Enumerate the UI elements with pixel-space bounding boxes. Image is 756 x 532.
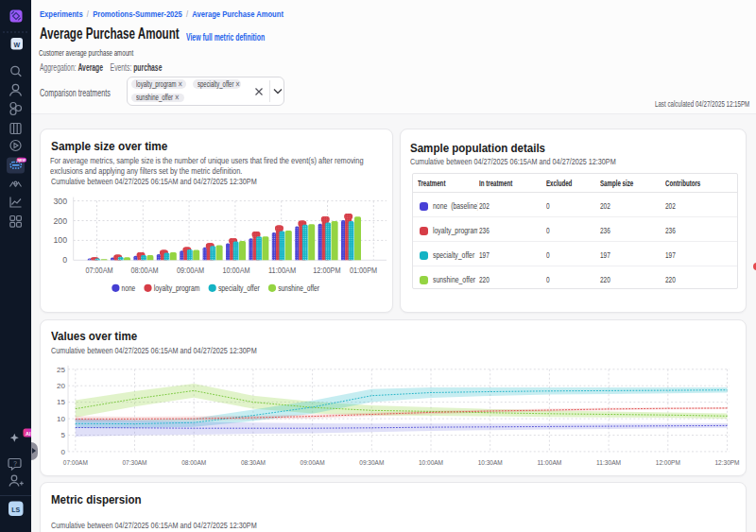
svg-text:25: 25	[57, 366, 65, 374]
svg-text:W: W	[13, 42, 20, 48]
svg-text:07:00AM: 07:00AM	[85, 266, 112, 275]
svg-text:200: 200	[54, 216, 68, 226]
svg-text:10: 10	[57, 415, 65, 423]
svg-text:09:30AM: 09:30AM	[359, 458, 384, 467]
svg-text:12:00PM: 12:00PM	[656, 458, 680, 467]
svg-text:09:00AM: 09:00AM	[177, 266, 204, 275]
svg-text:?: ?	[13, 460, 17, 467]
svg-text:09:00AM: 09:00AM	[301, 458, 325, 467]
svg-text:08:00AM: 08:00AM	[181, 458, 206, 467]
svg-text:11:00AM: 11:00AM	[537, 458, 561, 467]
svg-text:100: 100	[54, 235, 68, 245]
svg-text:10:30AM: 10:30AM	[478, 458, 503, 467]
svg-text:0: 0	[61, 448, 66, 456]
svg-text:loyalty_program: loyalty_program	[154, 283, 200, 293]
svg-text:0: 0	[62, 255, 67, 265]
svg-text:01:00PM: 01:00PM	[350, 266, 377, 275]
svg-text:300: 300	[54, 197, 68, 206]
svg-text:08:30AM: 08:30AM	[241, 458, 266, 467]
svg-text:12:00PM: 12:00PM	[313, 266, 340, 275]
svg-text:sunshine_offer: sunshine_offer	[278, 283, 319, 293]
svg-text:10:00AM: 10:00AM	[222, 266, 249, 275]
svg-text:AI: AI	[26, 431, 31, 437]
svg-text:07:30AM: 07:30AM	[123, 458, 147, 467]
svg-text:07:00AM: 07:00AM	[63, 458, 88, 467]
svg-text:11:30AM: 11:30AM	[596, 458, 621, 467]
svg-text:5: 5	[61, 431, 66, 439]
svg-text:NEW: NEW	[18, 159, 26, 163]
svg-text:LS: LS	[11, 506, 20, 513]
svg-text:specialty_offer: specialty_offer	[218, 283, 260, 293]
svg-text:none: none	[122, 283, 136, 293]
svg-text:08:00AM: 08:00AM	[130, 266, 158, 275]
svg-text:10:00AM: 10:00AM	[419, 458, 443, 467]
svg-text:20: 20	[57, 382, 65, 390]
svg-text:15: 15	[57, 398, 65, 406]
svg-text:11:00AM: 11:00AM	[268, 266, 296, 275]
svg-text:12:30PM: 12:30PM	[715, 458, 740, 467]
